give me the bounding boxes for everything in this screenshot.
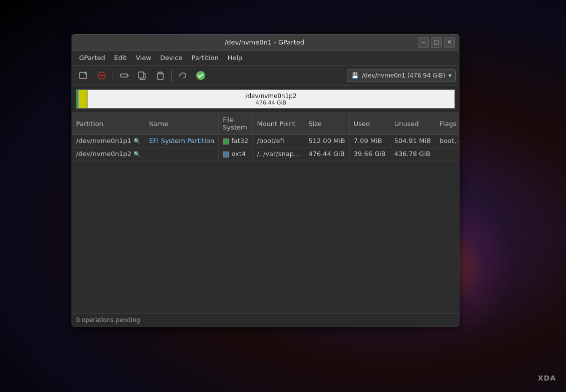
xda-watermark: XDA [538, 374, 556, 382]
maximize-button[interactable]: □ [431, 37, 442, 48]
table-row[interactable]: /dev/nvme0n1p1 🔍EFI System Partitionfat3… [72, 134, 459, 148]
toolbar: 💾 /dev/nvme0n1 (476.94 GiB) ▾ [72, 66, 459, 86]
disk-partition-p2-visual[interactable]: /dev/nvme0n1p2 476.44 GiB [87, 90, 455, 108]
partition-table: Partition Name File System Mount Point S… [72, 113, 459, 160]
device-icon: 💾 [351, 72, 359, 79]
copy-button[interactable] [134, 68, 151, 83]
svg-rect-9 [139, 72, 144, 78]
partition-search-icon[interactable]: 🔍 [134, 151, 141, 158]
col-name: Name [145, 113, 218, 134]
cell-size: 476.44 GiB [304, 148, 349, 160]
disk-visual: /dev/nvme0n1p2 476.44 GiB [72, 86, 459, 113]
menu-view[interactable]: View [132, 52, 155, 64]
toolbar-separator-2 [171, 70, 172, 82]
cell-mountpoint: /, /var/snap... [253, 148, 304, 160]
cell-unused: 504.91 MiB [390, 134, 435, 148]
menu-partition[interactable]: Partition [188, 52, 223, 64]
cell-used: 39.66 GiB [349, 148, 390, 160]
col-used: Used [349, 113, 390, 134]
close-button[interactable]: ✕ [444, 37, 455, 48]
statusbar: 0 operations pending [72, 313, 459, 326]
device-label: /dev/nvme0n1 (476.94 GiB) [362, 72, 445, 79]
col-unused: Unused [390, 113, 435, 134]
cell-used: 7.09 MiB [349, 134, 390, 148]
fs-color-indicator [223, 152, 229, 158]
window-controls: ─ □ ✕ [418, 37, 455, 48]
main-window: /dev/nvme0n1 - GParted ─ □ ✕ GParted Edi… [72, 34, 459, 326]
cell-flags [435, 148, 459, 160]
toolbar-separator-1 [113, 70, 113, 82]
paste-button[interactable] [152, 68, 169, 83]
window-title: /dev/nvme0n1 - GParted [111, 38, 418, 46]
cell-partition: /dev/nvme0n1p1 🔍 [72, 134, 145, 148]
cell-unused: 436.78 GiB [390, 148, 435, 160]
undo-button[interactable] [174, 68, 191, 83]
new-partition-button[interactable] [75, 68, 92, 83]
menu-gparted[interactable]: GParted [75, 52, 109, 64]
cell-mountpoint: /boot/efi [253, 134, 304, 148]
cell-name [145, 148, 218, 160]
menu-help[interactable]: Help [224, 52, 247, 64]
col-flags: Flags [435, 113, 459, 134]
table-header-row: Partition Name File System Mount Point S… [72, 113, 459, 134]
apply-button[interactable] [192, 68, 209, 83]
cell-partition: /dev/nvme0n1p2 🔍 [72, 148, 145, 160]
cell-filesystem: ext4 [219, 148, 253, 160]
delete-partition-button[interactable] [93, 68, 110, 83]
partition-search-icon[interactable]: 🔍 [134, 138, 141, 144]
disk-p2-label: /dev/nvme0n1p2 [245, 92, 296, 100]
titlebar: /dev/nvme0n1 - GParted ─ □ ✕ [72, 34, 459, 50]
table-row[interactable]: /dev/nvme0n1p2 🔍ext4/, /var/snap...476.4… [72, 148, 459, 160]
svg-marker-12 [179, 74, 180, 77]
cell-size: 512.00 MiB [304, 134, 349, 148]
resize-button[interactable] [116, 68, 133, 83]
fs-color-indicator [223, 138, 229, 144]
minimize-button[interactable]: ─ [418, 37, 429, 48]
disk-p2-size: 476.44 GiB [256, 100, 286, 106]
menu-device[interactable]: Device [156, 52, 186, 64]
disk-partition-p1-visual[interactable] [78, 90, 87, 108]
operations-pending-text: 0 operations pending [76, 316, 140, 324]
svg-rect-5 [121, 74, 128, 77]
cell-filesystem: fat32 [219, 134, 253, 148]
col-size: Size [304, 113, 349, 134]
chevron-down-icon: ▾ [448, 72, 451, 79]
partition-table-area: Partition Name File System Mount Point S… [72, 113, 459, 313]
col-filesystem: File System [219, 113, 253, 134]
cell-name: EFI System Partition [145, 134, 218, 148]
menu-edit[interactable]: Edit [110, 52, 131, 64]
col-partition: Partition [72, 113, 145, 134]
table-container[interactable]: Partition Name File System Mount Point S… [72, 113, 459, 313]
cell-flags: boot, es [435, 134, 459, 148]
menubar: GParted Edit View Device Partition Help [72, 50, 459, 66]
col-mountpoint: Mount Point [253, 113, 304, 134]
device-selector[interactable]: 💾 /dev/nvme0n1 (476.94 GiB) ▾ [347, 70, 456, 82]
